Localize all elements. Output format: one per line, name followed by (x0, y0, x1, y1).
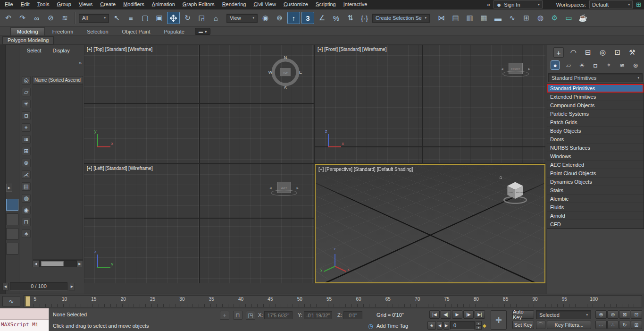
spinner-up-icon[interactable]: ▲ (476, 321, 482, 325)
filter-frozen-toggle[interactable]: ∗ (22, 229, 31, 238)
filter-lights-toggle[interactable]: ☀ (22, 100, 31, 108)
undo-button[interactable]: ↶ (2, 12, 15, 24)
menu-graph-editors[interactable]: Graph Editors (179, 0, 218, 9)
z-coordinate-field[interactable]: 0'0" (343, 311, 362, 319)
filter-space-warps-toggle[interactable]: ≋ (22, 135, 31, 144)
unlink-selection-button[interactable]: ⊘ (44, 12, 57, 24)
primitive-doors[interactable]: Doors (547, 135, 644, 144)
create-tab[interactable]: + (553, 47, 564, 58)
selection-set-dropdown[interactable]: Selected ▾ (536, 310, 591, 319)
cube-rotate-right-icon[interactable]: ▶ (528, 67, 530, 70)
timeline-tick[interactable]: 100 (579, 297, 609, 302)
scroll-left-icon[interactable]: ◀ (33, 260, 39, 267)
timeline-tick[interactable]: 35 (197, 297, 226, 302)
lock-selection-toggle[interactable]: ⊓ (22, 218, 31, 226)
primitive-particle-systems[interactable]: Particle Systems (547, 110, 644, 118)
filter-cameras-toggle[interactable]: ◘ (22, 111, 31, 120)
primitive-arnold[interactable]: Arnold (547, 212, 644, 220)
toggle-scene-explorer-button[interactable]: ▥ (463, 12, 476, 24)
toggle-ribbon-button[interactable]: ▬ (492, 12, 504, 24)
viewcube[interactable]: ◀ FRONT ▶ (502, 63, 529, 77)
timeline-tick[interactable]: 40 (226, 297, 255, 302)
ribbon-tab-freeform[interactable]: Freeform (46, 28, 80, 35)
menu-scripting[interactable]: Scripting (312, 0, 340, 9)
viewport-layout-tab-4[interactable] (6, 243, 18, 255)
viewport-label[interactable]: [+] [Front] [Standard] [Wireframe] (318, 47, 386, 52)
timeline-tick[interactable]: 50 (285, 297, 314, 302)
primitive-standard-primitives[interactable]: Standard Primitives (547, 84, 644, 93)
filter-geometry-toggle[interactable]: ◎ (22, 76, 31, 85)
viewport-layout-tab-2[interactable] (6, 213, 18, 225)
timeline-tick[interactable]: 10 (50, 297, 79, 302)
angle-snap-toggle[interactable]: ∠ (316, 12, 328, 24)
primitive-patch-grids[interactable]: Patch Grids (547, 118, 644, 127)
explorer-tab-display[interactable]: Display (53, 48, 70, 53)
menu-interactive[interactable]: Interactive (340, 0, 371, 9)
viewcube-compass[interactable]: TOP N E S W (268, 54, 303, 90)
modify-tab[interactable]: ◠ (568, 47, 578, 58)
spinner-down-icon[interactable]: ▼ (476, 325, 482, 330)
filter-groups-toggle[interactable]: ⊞ (22, 147, 31, 155)
primitive-stairs[interactable]: Stairs (547, 186, 644, 195)
timeline-tick[interactable]: 65 (373, 297, 402, 302)
explorer-overflow-icon[interactable]: » (79, 60, 82, 66)
filter-xrefs-toggle[interactable]: ⊚ (22, 159, 31, 167)
keyboard-shortcut-override-toggle[interactable]: ↑ (287, 12, 300, 24)
menu-tools[interactable]: Tools (33, 0, 53, 9)
primitive-fluids[interactable]: Fluids (547, 203, 644, 212)
render-production-button[interactable]: ☕ (577, 12, 589, 24)
timeline-tick[interactable]: 60 (344, 297, 373, 302)
select-and-rotate-button[interactable]: ↻ (181, 12, 194, 24)
cube-rotate-right-icon[interactable]: ▶ (296, 186, 299, 189)
cube-rotate-left-icon[interactable]: ◀ (501, 67, 503, 70)
systems-category[interactable]: ⊛ (631, 60, 640, 70)
timeline-tick[interactable]: 95 (550, 297, 579, 302)
timeline-tick[interactable]: 85 (491, 297, 520, 302)
align-button[interactable]: ▤ (449, 12, 462, 24)
orbit-viewport-button[interactable]: ↻ (619, 321, 630, 329)
select-and-place-button[interactable]: ⌂ (209, 12, 222, 24)
previous-frame-button[interactable]: ◀| (441, 310, 451, 319)
edit-named-selection-sets-button[interactable]: {·} (358, 12, 371, 24)
primitive-alembic[interactable]: Alembic (547, 195, 644, 203)
menu-animation[interactable]: Animation (148, 0, 179, 9)
primitive-compound-objects[interactable]: Compound Objects (547, 101, 644, 110)
select-and-move-button[interactable] (167, 12, 180, 24)
previous-frame-arrow[interactable]: ◀ (2, 283, 8, 290)
menu-rendering[interactable]: Rendering (218, 0, 250, 9)
toggle-layer-explorer-button[interactable]: ▦ (477, 12, 490, 24)
menu-customize[interactable]: Customize (280, 0, 312, 9)
viewcube-cube[interactable]: LEFT FRONT (502, 181, 528, 204)
select-object-button[interactable]: ↖ (110, 12, 123, 24)
mirror-button[interactable]: ⋈ (435, 12, 448, 24)
select-and-scale-button[interactable]: ◲ (195, 12, 208, 24)
maxscript-mini-listener[interactable]: MAXScript Mi (0, 308, 49, 331)
walk-through-button[interactable]: ∴ (607, 321, 619, 329)
next-frame-arrow[interactable]: ▶ (69, 283, 75, 290)
compass-east[interactable]: E (299, 70, 302, 75)
timeline-tick[interactable]: 15 (79, 297, 109, 302)
cube-rotate-left-icon[interactable]: ◀ (269, 186, 272, 189)
x-coordinate-field[interactable]: 17'5 6/32" (264, 311, 293, 319)
timeline-tick[interactable]: 30 (167, 297, 197, 302)
geometry-category[interactable]: ● (551, 60, 560, 70)
timeline-tick[interactable]: 80 (461, 297, 491, 302)
display-tab[interactable]: ⊡ (612, 47, 623, 58)
selection-filter-dropdown[interactable]: All ▾ (79, 14, 109, 23)
menu-civil-view[interactable]: Civil View (250, 0, 279, 9)
key-filters-button[interactable]: Key Filters... (547, 321, 591, 329)
go-to-end-button[interactable]: ▶| (475, 310, 485, 319)
selection-lock-icon[interactable]: ⊓ (233, 311, 243, 320)
window-crossing-toggle[interactable]: ▣ (153, 12, 166, 24)
primitive-category-dropdown[interactable]: Standard Primitives ▾ (548, 73, 643, 82)
primitive-nurbs-surfaces[interactable]: NURBS Surfaces (547, 144, 644, 152)
primitive-cfd[interactable]: CFD (547, 220, 644, 229)
go-to-start-button[interactable]: |◀ (429, 310, 440, 319)
menu-views[interactable]: Views (75, 0, 96, 9)
spinner-snap-toggle[interactable]: ⇅ (344, 12, 357, 24)
percent-snap-toggle[interactable]: % (330, 12, 343, 24)
menu-create[interactable]: Create (96, 0, 119, 9)
timeline-tick[interactable]: 5 (20, 297, 50, 302)
add-time-tag[interactable]: Add Time Tag (376, 323, 408, 329)
maximize-viewport-toggle[interactable]: ⊞ (631, 321, 642, 329)
